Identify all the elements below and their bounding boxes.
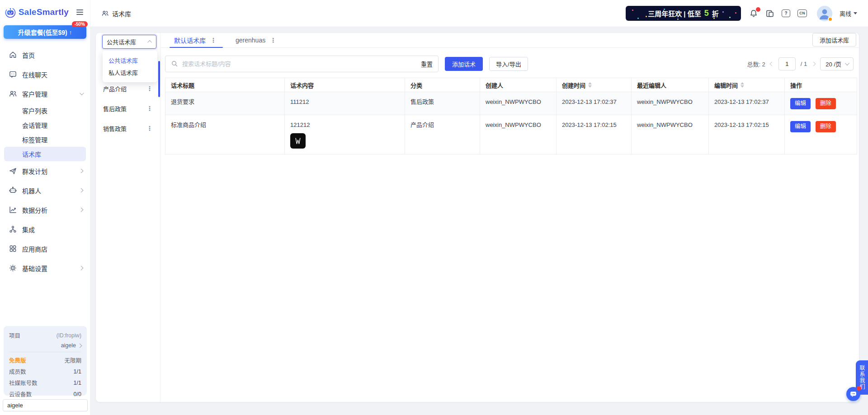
scrollbar-thumb[interactable]: [158, 61, 160, 97]
sidebar-item-home[interactable]: 首页: [0, 45, 90, 65]
upgrade-plan-button[interactable]: -50% 升级套餐(低至$9) ↑: [4, 25, 86, 39]
sidebar-item-analytics[interactable]: 数据分析: [0, 200, 90, 219]
sidebar-item-appstore[interactable]: 应用商店: [0, 239, 90, 258]
more-icon[interactable]: ⋮: [146, 105, 153, 112]
appstore-icon: [9, 244, 17, 253]
project-search-input[interactable]: [3, 399, 88, 411]
sidebar-item-customer-list[interactable]: 客户列表: [0, 103, 90, 118]
language-cn-icon[interactable]: CN: [797, 9, 807, 17]
tab-gerenhuas[interactable]: gerenhuas ⋮: [236, 33, 276, 47]
cell-title: 标准商品介绍: [165, 115, 285, 154]
search-input-box: 重置: [165, 56, 439, 72]
status-dot: [828, 17, 833, 22]
chevron-right-icon: [79, 169, 84, 173]
sidebar-collapse-icon[interactable]: [75, 8, 85, 16]
chat-widget-button[interactable]: [846, 387, 860, 401]
cell-created: 2023-12-13 17:02:37: [557, 92, 632, 115]
cell-editor: weixin_NWPWYCBO: [632, 115, 709, 154]
devices-icon[interactable]: [765, 9, 774, 18]
pagination: 总数: 2 1 / 1 20 /页: [747, 57, 854, 70]
col-header-title: 话术标题: [165, 78, 285, 92]
project-id: (ID:fropiw): [57, 332, 81, 339]
current-page-box[interactable]: 1: [778, 57, 796, 70]
add-script-button[interactable]: 添加话术: [445, 57, 483, 71]
category-item-aftersale-policy[interactable]: 售后政策 ⋮: [96, 100, 160, 117]
stat-label: 成员数: [9, 367, 26, 376]
notifications-bell-icon[interactable]: [749, 9, 758, 18]
more-icon[interactable]: ⋮: [146, 125, 153, 131]
sort-icon[interactable]: [588, 82, 592, 88]
tab-more-icon[interactable]: ⋮: [270, 37, 276, 43]
customers-icon: [9, 89, 17, 98]
total-count: 总数: 2: [747, 60, 765, 68]
delete-button[interactable]: 删除: [816, 98, 836, 109]
dropdown-option-public[interactable]: 公共话术库: [103, 54, 157, 66]
col-header-creator: 创建人: [480, 78, 557, 92]
category-item-sales-policy[interactable]: 销售政策 ⋮: [96, 120, 160, 136]
project-label: 项目: [9, 331, 20, 340]
tab-default-library[interactable]: 默认话术库 ⋮: [174, 33, 217, 47]
reset-button[interactable]: 重置: [418, 60, 433, 68]
app-root: SaleSmartly -50% 升级套餐(低至$9) ↑ 首页 在线聊天 客户…: [0, 0, 868, 415]
broadcast-icon: [9, 167, 17, 175]
category-item-product-intro[interactable]: 产品介绍 ⋮: [96, 80, 160, 97]
sidebar-item-label: 机器人: [22, 186, 41, 195]
add-library-button[interactable]: 添加话术库: [812, 33, 856, 47]
col-header-category: 分类: [405, 78, 480, 92]
chevron-right-icon: [78, 343, 82, 348]
sidebar-item-livechat[interactable]: 在线聊天: [0, 65, 90, 84]
page-title: 话术库: [101, 9, 131, 18]
sort-icon[interactable]: [741, 82, 744, 88]
more-icon[interactable]: ⋮: [146, 85, 153, 92]
sidebar-item-label: 基础设置: [22, 264, 47, 273]
library-dropdown-menu: 公共话术库 私人话术库: [103, 51, 157, 82]
sidebar-item-tag-management[interactable]: 标签管理: [0, 132, 90, 147]
notification-badge: [857, 386, 861, 391]
col-header-edited[interactable]: 编辑时间: [709, 78, 785, 92]
page-size-select[interactable]: 20 /页: [820, 57, 854, 70]
sidebar-item-integration[interactable]: 集成: [0, 219, 90, 239]
sidebar-item-session-management[interactable]: 会话管理: [0, 118, 90, 132]
delete-button[interactable]: 删除: [816, 121, 836, 132]
status-dropdown[interactable]: 离线: [840, 9, 857, 18]
cell-created: 2023-12-13 17:02:15: [557, 115, 632, 154]
sidebar-item-label: 在线聊天: [22, 70, 47, 79]
sidebar-item-robot[interactable]: 机器人: [0, 181, 90, 200]
cell-actions: 编辑 删除: [785, 92, 857, 115]
sidebar: SaleSmartly -50% 升级套餐(低至$9) ↑ 首页 在线聊天 客户…: [0, 0, 90, 415]
prev-page-icon[interactable]: [769, 61, 774, 66]
notification-badge: [756, 7, 760, 12]
col-header-created[interactable]: 创建时间: [557, 78, 632, 92]
page-of: / 1: [801, 61, 807, 67]
anniversary-promo-banner[interactable]: 三周年狂欢 | 低至 5 折: [626, 6, 741, 21]
col-header-actions: 操作: [785, 78, 857, 92]
logo-text: SaleSmartly: [19, 7, 69, 17]
sidebar-item-settings[interactable]: 基础设置: [0, 258, 90, 278]
edit-button[interactable]: 编辑: [790, 121, 811, 132]
content-image-thumbnail[interactable]: [290, 133, 306, 149]
cell-content: 111212: [285, 92, 405, 115]
edit-button[interactable]: 编辑: [790, 98, 811, 109]
sidebar-item-broadcast[interactable]: 群发计划: [0, 161, 90, 181]
user-avatar[interactable]: [817, 6, 832, 21]
category-panel: 公共话术库 产品介绍 ⋮ 售后政策 ⋮ 销售政策 ⋮ 公共话术库: [96, 33, 160, 402]
sidebar-item-script-library[interactable]: 话术库: [4, 147, 86, 161]
next-page-icon[interactable]: [811, 61, 816, 66]
cell-category: 售后政策: [405, 92, 480, 115]
chevron-right-icon: [79, 208, 84, 212]
search-input[interactable]: [182, 61, 414, 67]
dropdown-option-private[interactable]: 私人话术库: [103, 66, 157, 79]
library-select[interactable]: 公共话术库: [102, 35, 156, 49]
cell-title: 退货要求: [165, 92, 285, 115]
project-name-link[interactable]: aigele: [9, 342, 81, 349]
col-header-editor: 最近编辑人: [632, 78, 709, 92]
cell-category: 产品介绍: [405, 115, 480, 154]
help-icon[interactable]: ?: [782, 9, 790, 17]
import-export-button[interactable]: 导入/导出: [489, 57, 528, 71]
salesmartly-logo[interactable]: SaleSmartly: [5, 6, 69, 18]
cell-edited: 2023-12-13 17:02:15: [709, 115, 785, 154]
tab-more-icon[interactable]: ⋮: [210, 37, 217, 43]
table-toolbar: 重置 添加话术 导入/导出 总数: 2 1 / 1 20 /页: [165, 55, 854, 72]
sidebar-item-customers[interactable]: 客户管理: [0, 84, 90, 103]
up-arrow-icon: ↑: [69, 29, 72, 36]
